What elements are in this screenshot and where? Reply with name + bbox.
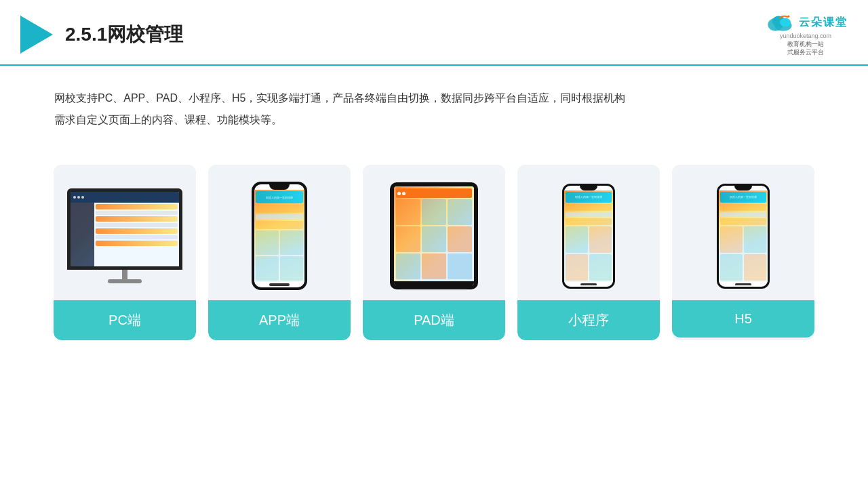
card-pad: PAD端 <box>363 165 505 340</box>
card-pc-image <box>54 165 196 300</box>
cards-container: PC端 职涯人的第一堂职涯课 <box>0 144 868 361</box>
header: 2.5.1网校管理 云朵课堂 yunduoketang.com 教育机构一站式服… <box>0 0 868 66</box>
miniprogram-phone-icon: 职涯人的第一堂职涯课 <box>562 184 615 289</box>
card-pc: PC端 <box>54 165 196 340</box>
card-app: 职涯人的第一堂职涯课 APP端 <box>208 165 351 340</box>
cloud-icon-wrap: 云朵课堂 <box>764 12 848 33</box>
description-text: 网校支持PC、APP、PAD、小程序、H5，实现多端打通，产品各终端自由切换，数… <box>54 87 814 131</box>
card-h5: 职涯人的第一堂职涯课 H5 <box>672 165 814 340</box>
brand-name: 云朵课堂 <box>799 16 848 30</box>
brand-logo: 云朵课堂 yunduoketang.com 教育机构一站式服务云平台 <box>764 12 848 56</box>
header-right: 云朵课堂 yunduoketang.com 教育机构一站式服务云平台 <box>764 12 848 56</box>
card-app-image: 职涯人的第一堂职涯课 <box>208 165 351 300</box>
logo-triangle-icon <box>20 16 53 54</box>
header-left: 2.5.1网校管理 <box>20 16 183 54</box>
cloud-icon <box>764 12 796 33</box>
card-pad-label: PAD端 <box>363 300 505 340</box>
card-miniprogram-image: 职涯人的第一堂职涯课 <box>517 165 660 300</box>
card-miniprogram-label: 小程序 <box>517 300 660 340</box>
svg-point-3 <box>780 18 791 27</box>
svg-point-4 <box>787 16 789 18</box>
brand-url: yunduoketang.com <box>780 33 831 39</box>
page-title: 2.5.1网校管理 <box>65 22 183 47</box>
card-miniprogram: 职涯人的第一堂职涯课 小程序 <box>517 165 660 340</box>
card-h5-label: H5 <box>672 300 814 338</box>
pc-monitor-icon <box>67 188 182 283</box>
card-h5-image: 职涯人的第一堂职涯课 <box>672 165 814 300</box>
description: 网校支持PC、APP、PAD、小程序、H5，实现多端打通，产品各终端自由切换，数… <box>0 66 868 144</box>
h5-phone-icon: 职涯人的第一堂职涯课 <box>717 184 770 289</box>
card-pad-image <box>363 165 505 300</box>
card-pc-label: PC端 <box>54 300 196 340</box>
brand-sub: 教育机构一站式服务云平台 <box>787 41 824 56</box>
card-app-label: APP端 <box>208 300 351 340</box>
tablet-icon <box>390 182 478 289</box>
app-phone-icon: 职涯人的第一堂职涯课 <box>252 182 307 290</box>
